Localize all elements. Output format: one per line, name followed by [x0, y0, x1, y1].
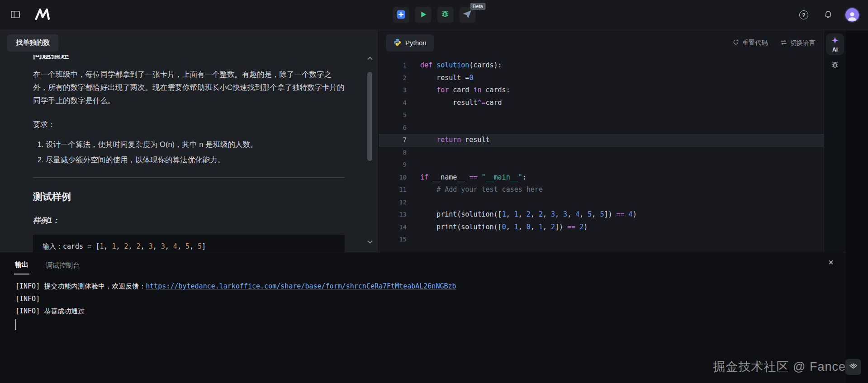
console-cursor	[15, 319, 16, 330]
requirement-item: 尽量减少额外空间的使用，以体现你的算法优化能力。	[46, 153, 345, 166]
code-line-5[interactable]: 5	[379, 109, 824, 122]
samples-heading: 测试样例	[33, 190, 345, 203]
problem-text: 在一个班级中，每位同学都拿到了一张卡片，上面有一个整数。有趣的是，除了一个数字之…	[33, 68, 345, 107]
console-link[interactable]: https://bytedance.larkoffice.com/share/b…	[146, 282, 456, 290]
code-line-8[interactable]: 8	[379, 147, 824, 159]
line-number: 11	[379, 184, 411, 196]
avatar[interactable]	[844, 7, 860, 23]
notifications-button[interactable]	[820, 7, 836, 23]
line-number: 13	[379, 208, 411, 221]
problem-panel: 找单独的数 问题描述 在一个班级中，每位同学都拿到了一张卡片，上面有一个整数。有…	[0, 30, 379, 252]
requirement-item: 设计一个算法，使其时间复杂度为 O(n)，其中 n 是班级的人数。	[46, 138, 345, 151]
play-icon	[418, 10, 427, 20]
ai-assistant-button[interactable]: AI	[826, 33, 844, 55]
help-button[interactable]: ?	[796, 7, 812, 23]
console-panel: 输出 调试控制台 × [INFO] 提交功能内测体验中，欢迎反馈：https:/…	[0, 252, 846, 383]
code-editor-panel: Python 重置代码	[379, 30, 824, 252]
scroll-up-icon[interactable]	[367, 54, 373, 62]
line-number: 8	[379, 147, 411, 159]
problem-tab[interactable]: 找单独的数	[7, 34, 58, 52]
reset-icon	[733, 39, 739, 47]
clipped-section-heading: 问题描述	[33, 55, 345, 61]
line-number: 6	[379, 122, 411, 134]
submit-button[interactable]: Beta	[459, 7, 475, 23]
paper-plane-icon	[463, 9, 472, 20]
console-output: [INFO] 提交功能内测体验中，欢迎反馈：https://bytedance.…	[0, 274, 846, 383]
console-text: [INFO] 恭喜成功通过	[15, 307, 85, 315]
problem-description: 问题描述 在一个班级中，每位同学都拿到了一张卡片，上面有一个整数。有趣的是，除了…	[0, 55, 378, 252]
scroll-down-icon[interactable]	[367, 237, 373, 246]
code-editor[interactable]: 1def solution(cards):2 result =03 for ca…	[379, 55, 824, 252]
code-line-15[interactable]: 15	[379, 233, 824, 246]
line-number: 15	[379, 233, 411, 246]
add-button[interactable]	[393, 7, 409, 23]
topbar: Beta ?	[0, 0, 868, 30]
ai-label: AI	[832, 47, 838, 53]
console-log-line: [INFO]	[15, 293, 846, 306]
run-button[interactable]	[415, 7, 431, 23]
question-icon: ?	[799, 10, 808, 19]
beta-badge: Beta	[470, 3, 486, 10]
language-label: Python	[405, 39, 427, 47]
line-number: 3	[379, 84, 411, 97]
language-selector[interactable]: Python	[386, 34, 434, 52]
python-icon	[394, 38, 401, 47]
code-line-14[interactable]: 14 print(solution([0, 1, 0, 1, 2]) == 2)	[379, 221, 824, 234]
sidebar-toggle-icon	[11, 10, 20, 20]
code-line-12[interactable]: 12	[379, 196, 824, 209]
line-number: 12	[379, 196, 411, 209]
switch-icon	[780, 39, 787, 47]
bug-outline-icon	[830, 61, 840, 71]
bug-icon	[441, 9, 450, 20]
code-line-6[interactable]: 6	[379, 122, 824, 134]
debug-run-button[interactable]	[437, 7, 453, 23]
code-line-3[interactable]: 3 for card in cards:	[379, 84, 824, 97]
code-line-10[interactable]: 10if __name__ == "__main__":	[379, 171, 824, 184]
plus-square-icon	[396, 9, 406, 21]
sidebar-toggle-button[interactable]	[7, 7, 24, 23]
console-log-line: [INFO] 恭喜成功通过	[15, 305, 846, 318]
console-close-button[interactable]: ×	[828, 258, 834, 267]
line-number: 7	[379, 134, 411, 147]
right-toolbar: AI	[824, 30, 846, 252]
tab-output[interactable]: 输出	[14, 260, 29, 274]
code-line-13[interactable]: 13 print(solution([1, 1, 2, 2, 3, 3, 4, …	[379, 208, 824, 221]
console-text: [INFO] 提交功能内测体验中，欢迎反馈：	[15, 282, 146, 290]
left-scrollbar-thumb[interactable]	[367, 72, 372, 161]
code-line-7[interactable]: 7 return result	[379, 134, 824, 147]
requirements-list: 设计一个算法，使其时间复杂度为 O(n)，其中 n 是班级的人数。尽量减少额外空…	[33, 138, 345, 166]
console-text: [INFO]	[15, 295, 40, 303]
reset-code-button[interactable]: 重置代码	[733, 39, 768, 47]
switch-language-button[interactable]: 切换语言	[780, 39, 816, 47]
app-root: Beta ?	[0, 0, 868, 383]
divider	[33, 177, 345, 178]
line-number: 4	[379, 97, 411, 109]
code-line-9[interactable]: 9	[379, 159, 824, 171]
line-number: 9	[379, 159, 411, 171]
line-number: 5	[379, 109, 411, 122]
sample-label: 样例1：	[33, 214, 345, 227]
bell-icon	[824, 10, 833, 20]
line-number: 1	[379, 59, 411, 72]
debug-panel-button[interactable]	[830, 61, 840, 71]
line-number: 2	[379, 72, 411, 85]
requirements-label: 要求：	[33, 118, 345, 131]
code-line-1[interactable]: 1def solution(cards):	[379, 59, 824, 72]
code-line-11[interactable]: 11 # Add your test cases here	[379, 184, 824, 196]
line-number: 14	[379, 221, 411, 234]
code-line-2[interactable]: 2 result =0	[379, 72, 824, 85]
code-line-4[interactable]: 4 result^=card	[379, 97, 824, 109]
line-number: 10	[379, 171, 411, 184]
app-logo	[33, 7, 54, 23]
tab-debug-console[interactable]: 调试控制台	[45, 261, 81, 274]
console-log-line: [INFO] 提交功能内测体验中，欢迎反馈：https://bytedance.…	[15, 280, 846, 293]
sparkle-icon	[831, 36, 839, 46]
sample-code-block: 输入：cards = [1, 1, 2, 2, 3, 3, 4, 5, 5]输出…	[33, 235, 345, 252]
